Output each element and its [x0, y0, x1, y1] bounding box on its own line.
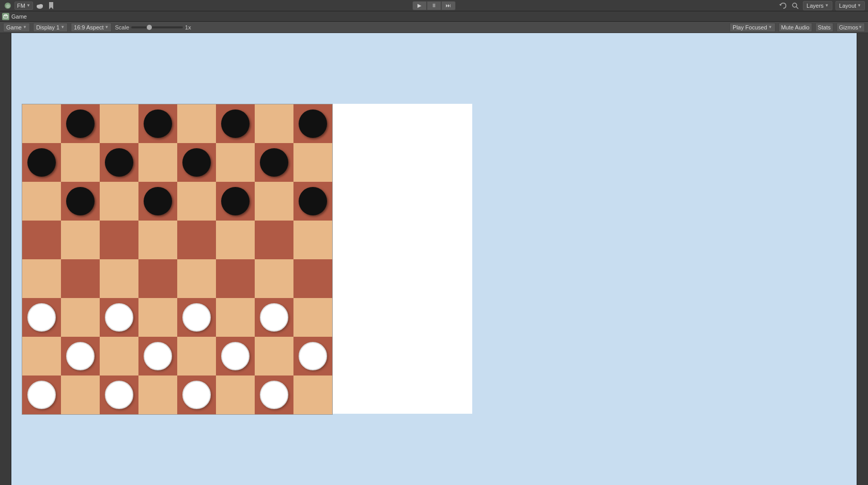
cell-0-7[interactable] — [293, 104, 332, 143]
cell-1-7[interactable] — [293, 143, 332, 182]
cell-7-5[interactable] — [216, 376, 255, 414]
cell-5-6[interactable] — [255, 298, 293, 337]
cell-0-2[interactable] — [100, 104, 138, 143]
cell-4-5[interactable] — [216, 259, 255, 298]
black-piece-0-7[interactable] — [299, 109, 327, 138]
black-piece-2-1[interactable] — [66, 187, 95, 215]
white-piece-7-2[interactable] — [105, 381, 133, 409]
cell-0-4[interactable] — [177, 104, 216, 143]
white-piece-5-4[interactable] — [182, 303, 211, 332]
cell-7-1[interactable] — [61, 376, 100, 414]
cell-6-3[interactable] — [138, 337, 177, 376]
cell-7-0[interactable] — [22, 376, 61, 414]
cell-1-3[interactable] — [138, 143, 177, 182]
cell-0-3[interactable] — [138, 104, 177, 143]
cell-6-4[interactable] — [177, 337, 216, 376]
cell-4-0[interactable] — [22, 259, 61, 298]
white-piece-6-1[interactable] — [66, 342, 95, 370]
cell-7-6[interactable] — [255, 376, 293, 414]
cell-1-5[interactable] — [216, 143, 255, 182]
cell-5-3[interactable] — [138, 298, 177, 337]
cell-7-3[interactable] — [138, 376, 177, 414]
black-piece-2-5[interactable] — [221, 187, 250, 215]
cell-5-0[interactable] — [22, 298, 61, 337]
cell-5-1[interactable] — [61, 298, 100, 337]
white-piece-5-6[interactable] — [260, 303, 288, 332]
black-piece-0-1[interactable] — [66, 109, 95, 138]
gizmos-button[interactable]: Gizmos ▼ — [836, 23, 865, 32]
white-piece-7-0[interactable] — [27, 381, 56, 409]
white-piece-6-5[interactable] — [221, 342, 250, 370]
cell-3-4[interactable] — [177, 221, 216, 259]
cell-4-1[interactable] — [61, 259, 100, 298]
black-piece-2-3[interactable] — [144, 187, 172, 215]
cell-6-2[interactable] — [100, 337, 138, 376]
cell-6-1[interactable] — [61, 337, 100, 376]
black-piece-1-0[interactable] — [27, 148, 56, 177]
cell-4-7[interactable] — [293, 259, 332, 298]
cell-0-1[interactable] — [61, 104, 100, 143]
cell-6-7[interactable] — [293, 337, 332, 376]
cell-2-1[interactable] — [61, 182, 100, 221]
white-piece-6-7[interactable] — [299, 342, 327, 370]
search-icon[interactable] — [791, 1, 800, 10]
cell-7-7[interactable] — [293, 376, 332, 414]
play-focused-dropdown[interactable]: Play Focused ▼ — [730, 23, 776, 32]
cell-2-7[interactable] — [293, 182, 332, 221]
scale-slider[interactable] — [131, 26, 183, 28]
cell-4-4[interactable] — [177, 259, 216, 298]
undo-icon[interactable] — [778, 1, 787, 10]
mute-audio-button[interactable]: Mute Audio — [779, 23, 812, 32]
cell-3-2[interactable] — [100, 221, 138, 259]
white-piece-5-2[interactable] — [105, 303, 133, 332]
cell-3-3[interactable] — [138, 221, 177, 259]
black-piece-1-4[interactable] — [182, 148, 211, 177]
black-piece-1-2[interactable] — [105, 148, 133, 177]
black-piece-1-6[interactable] — [260, 148, 288, 177]
black-piece-0-5[interactable] — [221, 109, 250, 138]
cell-5-5[interactable] — [216, 298, 255, 337]
cell-6-6[interactable] — [255, 337, 293, 376]
aspect-dropdown[interactable]: 16:9 Aspect ▼ — [71, 23, 112, 32]
white-piece-5-0[interactable] — [27, 303, 56, 332]
cell-5-4[interactable] — [177, 298, 216, 337]
cell-7-4[interactable] — [177, 376, 216, 414]
cell-6-5[interactable] — [216, 337, 255, 376]
cell-3-7[interactable] — [293, 221, 332, 259]
layout-dropdown[interactable]: Layout ▼ — [835, 1, 865, 10]
cell-1-0[interactable] — [22, 143, 61, 182]
stats-button[interactable]: Stats — [815, 23, 833, 32]
cell-0-6[interactable] — [255, 104, 293, 143]
white-piece-7-4[interactable] — [182, 381, 211, 409]
cell-4-6[interactable] — [255, 259, 293, 298]
cell-0-0[interactable] — [22, 104, 61, 143]
cell-0-5[interactable] — [216, 104, 255, 143]
cell-3-5[interactable] — [216, 221, 255, 259]
pause-button[interactable]: ⏸ — [427, 1, 441, 10]
cell-2-0[interactable] — [22, 182, 61, 221]
black-piece-2-7[interactable] — [299, 187, 327, 215]
cell-5-7[interactable] — [293, 298, 332, 337]
game-dropdown[interactable]: Game ▼ — [3, 23, 30, 32]
cell-1-6[interactable] — [255, 143, 293, 182]
cell-7-2[interactable] — [100, 376, 138, 414]
cell-4-3[interactable] — [138, 259, 177, 298]
cell-2-5[interactable] — [216, 182, 255, 221]
bookmark-icon[interactable] — [47, 1, 56, 10]
cell-1-1[interactable] — [61, 143, 100, 182]
cell-5-2[interactable] — [100, 298, 138, 337]
cell-2-4[interactable] — [177, 182, 216, 221]
game-tab[interactable]: Game — [11, 13, 27, 20]
fm-dropdown[interactable]: FM ▼ — [14, 2, 33, 10]
cell-2-2[interactable] — [100, 182, 138, 221]
cell-3-1[interactable] — [61, 221, 100, 259]
cell-4-2[interactable] — [100, 259, 138, 298]
white-piece-7-6[interactable] — [260, 381, 288, 409]
play-button[interactable]: ▶ — [412, 1, 427, 10]
layers-dropdown[interactable]: Layers ▼ — [803, 1, 832, 10]
cloud-icon[interactable] — [35, 1, 44, 10]
cell-2-3[interactable] — [138, 182, 177, 221]
step-button[interactable]: ⏭ — [441, 1, 456, 10]
cell-3-0[interactable] — [22, 221, 61, 259]
cell-2-6[interactable] — [255, 182, 293, 221]
